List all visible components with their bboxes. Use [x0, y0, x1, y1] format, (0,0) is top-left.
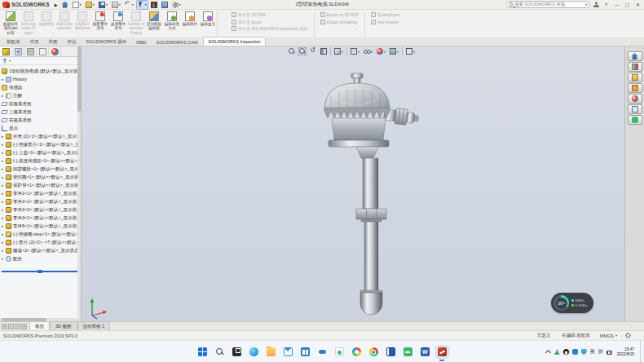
quick-access-button[interactable]: ▾ [171, 1, 182, 9]
taskbar-app-button[interactable] [419, 346, 431, 358]
view-tool-button[interactable]: ▾ [330, 47, 344, 55]
ribbon-button[interactable]: 新建检查项目(amp;N) [2, 10, 20, 38]
tray-item[interactable] [607, 350, 612, 355]
rollback-bar[interactable] [2, 271, 79, 272]
chevron-down-icon[interactable]: ▾ [179, 2, 181, 7]
tree-item[interactable]: ▸ (-) 绝缘垫片<1> (默认<<默认>_显示状态) [0, 140, 81, 148]
units-selector[interactable]: MMGS ▾ [600, 333, 617, 338]
tree-item[interactable]: 原点 [0, 124, 81, 132]
help-search-input[interactable]: 搜索 SOLIDWORKS 帮助 ▾ [505, 1, 590, 8]
quick-access-button[interactable]: ▾ [137, 1, 148, 9]
chevron-down-icon[interactable]: ▾ [384, 50, 386, 54]
view-tool-button[interactable]: ▾ [346, 47, 360, 55]
ribbon-button[interactable]: 启动模板编辑器 [145, 10, 163, 38]
restore-button[interactable]: ▢ [624, 2, 631, 7]
ribbon-button[interactable]: 选择零件序号 [109, 10, 127, 38]
task-pane-button[interactable] [628, 62, 642, 72]
quick-access-button[interactable] [61, 1, 69, 9]
ribbon-button[interactable]: Edit Inspection Project [20, 10, 37, 38]
taskbar-app-button[interactable] [265, 346, 277, 358]
ribbon-button[interactable]: Add Characteristic [55, 10, 73, 38]
tree-item[interactable]: ▸ (-) 温度传感器<1> (默认<<默认>_显示状态) [0, 157, 81, 165]
taskbar-app-button[interactable] [368, 346, 380, 358]
commandmanager-tab[interactable]: 布局 [25, 38, 44, 46]
view-tool-button[interactable]: ▾ [389, 47, 399, 55]
login-icon[interactable] [593, 2, 599, 7]
tree-item[interactable]: ▸ (-) 垫片 (2)<2> ->? (默认<<默认>_显示状态) [0, 238, 81, 246]
tab-nav-prev[interactable]: ‹ [8, 324, 14, 329]
tree-item[interactable]: ▸ 外壳 (2)<1> (默认<<默认>_显示状态) [0, 132, 81, 140]
tree-item[interactable]: ▸ 配合 [0, 254, 81, 263]
tray-item[interactable] [554, 349, 560, 355]
taskbar-app-button[interactable] [214, 346, 226, 358]
ribbon-button[interactable]: Update Inspection Project [127, 10, 145, 38]
quick-access-button[interactable]: ▾ [111, 1, 121, 9]
chevron-down-icon[interactable]: ▾ [585, 2, 587, 7]
view-tool-button[interactable] [298, 47, 307, 55]
view-tool-button[interactable]: ▾ [376, 47, 386, 55]
help-button[interactable]: ? [602, 2, 610, 7]
tree-item[interactable]: ▸ 零件1<1> (默认<<默认>_显示状态) [0, 189, 81, 197]
graphics-viewport[interactable]: ▾ ▾ ▾ ▾ ▾ ▾ [82, 46, 624, 321]
chevron-down-icon[interactable]: ▾ [397, 50, 399, 54]
export-command[interactable]: Export to 3D PDF [320, 12, 359, 17]
ribbon-button[interactable]: 编辑监方 [199, 10, 217, 38]
commandmanager-tab[interactable]: 评估 [63, 38, 82, 46]
show-desktop-button[interactable] [640, 341, 642, 362]
quick-access-button[interactable]: ▾ [72, 1, 82, 9]
ribbon-button[interactable]: 编辑操作 [181, 10, 199, 38]
taskbar-app-button[interactable] [385, 346, 397, 358]
export-command[interactable]: 导出至 2D PDF [232, 12, 308, 17]
task-pane-button[interactable] [628, 83, 642, 93]
quick-access-button[interactable] [150, 1, 158, 9]
export-command[interactable]: QualityXpert [371, 12, 400, 17]
ribbon-button[interactable]: 移除零件序号 [91, 10, 109, 38]
task-pane-button[interactable] [628, 51, 642, 61]
tree-item[interactable]: 1型铠装热电偶 (默认<默认_显示状态-1>) [0, 67, 81, 75]
panel-tab[interactable] [12, 46, 24, 56]
minimize-button[interactable]: — [613, 2, 620, 7]
close-button[interactable]: ✕ [634, 2, 642, 7]
chevron-down-icon[interactable]: ▾ [342, 50, 343, 54]
ribbon-button[interactable]: Add/Edit Balloons [73, 10, 91, 38]
tab-nav-next[interactable]: › [15, 324, 20, 329]
tree-item[interactable]: 前视基准面 [0, 99, 81, 108]
tray-item[interactable]: 英 [590, 348, 595, 355]
tray-item[interactable] [572, 349, 578, 355]
document-tab[interactable]: 3D 视图 [50, 321, 77, 330]
tree-item[interactable]: ▸ 零件2<2> (默认<<默认>_显示状态) [0, 205, 81, 214]
taskbar-app-button[interactable] [196, 346, 209, 358]
tree-item[interactable]: ▸ History [0, 75, 81, 83]
chevron-down-icon[interactable]: ▾ [413, 50, 415, 54]
task-pane-button[interactable] [628, 104, 642, 114]
task-pane-button[interactable] [628, 115, 642, 125]
panel-tab[interactable] [0, 46, 12, 56]
ribbon-button[interactable]: 新建模板 [37, 10, 55, 38]
quick-access-button[interactable] [161, 1, 169, 9]
chevron-down-icon[interactable]: ▾ [132, 2, 134, 7]
view-tool-button[interactable]: ▾ [402, 47, 416, 55]
taskbar-app-button[interactable] [248, 346, 260, 358]
tree-filter[interactable]: ▾ [0, 57, 81, 65]
tree-item[interactable]: ▸ 保护管<1> (默认<<默认>_显示状态) [0, 181, 81, 189]
quick-access-button[interactable]: ▾ [124, 1, 135, 9]
flyout-arrow-icon[interactable]: ▶ [55, 2, 58, 7]
chevron-down-icon[interactable]: ▾ [106, 2, 108, 7]
tray-item[interactable]: 拼 [598, 348, 603, 355]
tree-item[interactable]: ▸ 注解 [0, 91, 81, 99]
export-command[interactable]: 导出至 Excel [232, 20, 308, 24]
chevron-down-icon[interactable]: ▾ [93, 2, 95, 7]
taskbar-app-button[interactable] [316, 346, 329, 358]
tree-item[interactable]: ▸ 螺母<2> (默认<<默认>_显示状态) [0, 246, 81, 254]
chevron-down-icon[interactable]: ▾ [145, 2, 147, 7]
tray-item[interactable] [581, 349, 587, 355]
tree-item[interactable]: ▸ 零件3<1> (默认<<默认>_显示状态) [0, 214, 81, 222]
quick-access-button[interactable]: ▾ [85, 1, 95, 9]
quick-access-button[interactable]: ▾ [98, 1, 108, 9]
tree-item[interactable]: ▸ 密封圈<1> (默认<<默认>_显示状态) [0, 173, 81, 181]
chevron-down-icon[interactable]: ▾ [9, 59, 11, 63]
tab-nav-first[interactable]: « [2, 324, 7, 329]
taskbar-app-button[interactable] [436, 346, 448, 358]
commandmanager-tab[interactable]: 装配体 [2, 38, 25, 46]
export-command[interactable]: Export eDrawing [320, 20, 359, 24]
